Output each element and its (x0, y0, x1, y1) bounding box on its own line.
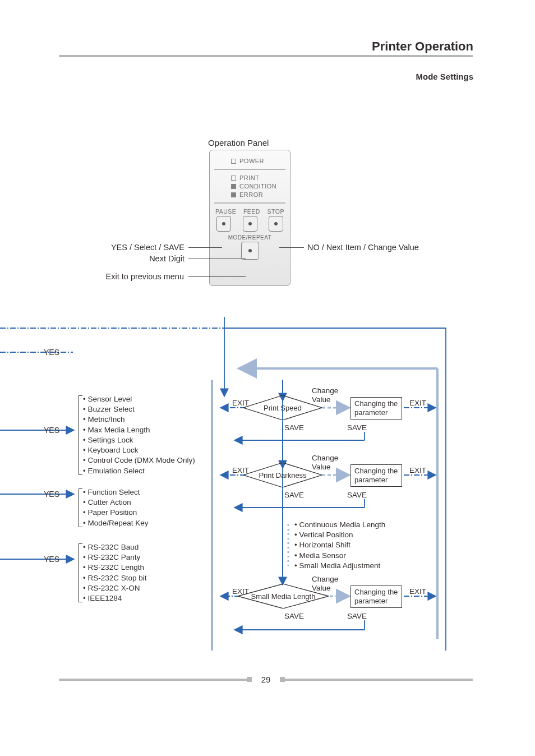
change-label-l2: Value (312, 584, 331, 592)
dot-icon (248, 222, 252, 225)
mode-repeat-button[interactable] (241, 242, 259, 260)
callout-exit-prev: Exit to previous menu (83, 272, 184, 281)
bracket-icon (79, 395, 82, 475)
yes-label: YES (44, 348, 59, 357)
diamond-print-speed: Print Speed (243, 395, 322, 420)
param-list-c: RS-232C Baud RS-232C Parity RS-232C Leng… (83, 542, 147, 603)
stop-label: STOP (268, 208, 284, 215)
yes-label: YES (44, 490, 59, 499)
list-item: Mode/Repeat Key (83, 518, 149, 528)
feed-button[interactable] (243, 216, 257, 232)
led-print-label: PRINT (239, 174, 260, 181)
changing-parameter-l1: Changing the (354, 467, 398, 475)
list-item: Cutter Action (83, 497, 149, 508)
save-label: SAVE (284, 423, 304, 432)
changing-parameter-l2: parameter (354, 476, 388, 484)
yes-label: YES (44, 555, 59, 564)
led-print-icon (231, 176, 236, 181)
changing-parameter-box: Changing the parameter (350, 586, 402, 608)
bracket-icon (79, 543, 82, 602)
panel-divider (214, 169, 285, 170)
callout-line (188, 247, 222, 248)
led-power: POWER (231, 158, 285, 164)
diamond-label: Print Darkness (243, 463, 322, 487)
save-label: SAVE (347, 491, 367, 499)
list-item: RS-232C Stop bit (83, 573, 147, 583)
led-condition: CONDITION (231, 183, 285, 190)
led-error-label: ERROR (239, 191, 263, 198)
param-list-a: Sensor Level Buzzer Select Metric/Inch M… (83, 394, 195, 476)
button-row-labels: PAUSE FEED STOP (214, 208, 285, 215)
callout-line (279, 247, 304, 248)
section-title: Mode Settings (416, 72, 473, 81)
diamond-label: Print Speed (243, 395, 322, 420)
list-item: Max Media Length (83, 425, 195, 435)
bracket-icon (79, 488, 82, 527)
list-item: RS-232C Parity (83, 552, 147, 563)
list-item: Emulation Select (83, 466, 195, 476)
pause-button[interactable] (216, 216, 231, 232)
stop-button[interactable] (269, 216, 283, 232)
mode-button-row (214, 242, 285, 260)
dot-icon (248, 249, 252, 252)
list-item: Sensor Level (83, 394, 195, 404)
change-label-l2: Value (312, 463, 331, 471)
dot-icon (274, 222, 278, 225)
list-item: RS-232C X-ON (83, 583, 147, 593)
panel-divider-2 (214, 202, 285, 204)
changing-parameter-l1: Changing the (354, 588, 398, 596)
list-item: IEEE1284 (83, 593, 147, 603)
list-item: Metric/Inch (83, 414, 195, 425)
exit-label: EXIT (232, 399, 249, 407)
list-item: Media Sensor (294, 551, 385, 561)
change-label-l1: Change (312, 454, 338, 462)
footer-rule (59, 679, 247, 681)
change-label-l1: Change (312, 386, 338, 395)
callout-line (188, 259, 246, 259)
list-item: Function Select (83, 487, 149, 497)
callout-no-next-change: NO / Next Item / Change Value (307, 243, 419, 252)
header-rule (59, 55, 473, 57)
list-item: Buzzer Select (83, 404, 195, 414)
save-label: SAVE (284, 612, 304, 620)
led-power-label: POWER (239, 158, 264, 164)
flow-lines (0, 317, 465, 709)
exit-label: EXIT (409, 466, 426, 474)
led-print: PRINT (231, 174, 285, 181)
save-label: SAVE (347, 612, 367, 620)
changing-parameter-l2: parameter (354, 597, 388, 605)
operation-panel: POWER PRINT CONDITION ERROR PAUSE FEED S… (209, 150, 290, 286)
list-item: Continuous Media Length (294, 520, 385, 530)
exit-label: EXIT (232, 587, 249, 596)
exit-label: EXIT (232, 466, 249, 474)
led-condition-label: CONDITION (239, 183, 276, 190)
callout-line (188, 276, 246, 277)
list-item: Keyboard Lock (83, 445, 195, 455)
page-number: 29 (251, 675, 281, 684)
list-item: RS-232C Baud (83, 542, 147, 552)
diamond-print-darkness: Print Darkness (243, 463, 322, 487)
yes-label: YES (44, 426, 59, 435)
callout-yes-select-save: YES / Select / SAVE (109, 243, 185, 252)
led-error: ERROR (231, 191, 285, 198)
exit-label: EXIT (409, 399, 426, 407)
led-error-icon (231, 192, 236, 197)
change-label-l2: Value (312, 395, 331, 404)
list-item: Small Media Adjustment (294, 561, 385, 571)
flowchart: YES YES YES YES Sensor Level Buzzer Sele… (0, 317, 465, 709)
mode-repeat-label: MODE/REPEAT (214, 234, 285, 241)
footer: 29 (59, 675, 473, 684)
led-power-icon (231, 159, 236, 164)
changing-parameter-box: Changing the parameter (350, 464, 402, 487)
list-item: Control Code (DMX Mode Only) (83, 455, 195, 465)
feed-label: FEED (243, 208, 260, 215)
callout-next-digit: Next Digit (109, 254, 185, 263)
panel-label: Operation Panel (208, 138, 269, 147)
list-item: RS-232C Length (83, 563, 147, 573)
changing-parameter-box: Changing the parameter (350, 397, 402, 420)
list-item: Settings Lock (83, 435, 195, 445)
save-label: SAVE (347, 423, 367, 432)
led-condition-icon (231, 184, 236, 189)
changing-parameter-l1: Changing the (354, 399, 398, 408)
list-item: Paper Position (83, 508, 149, 518)
